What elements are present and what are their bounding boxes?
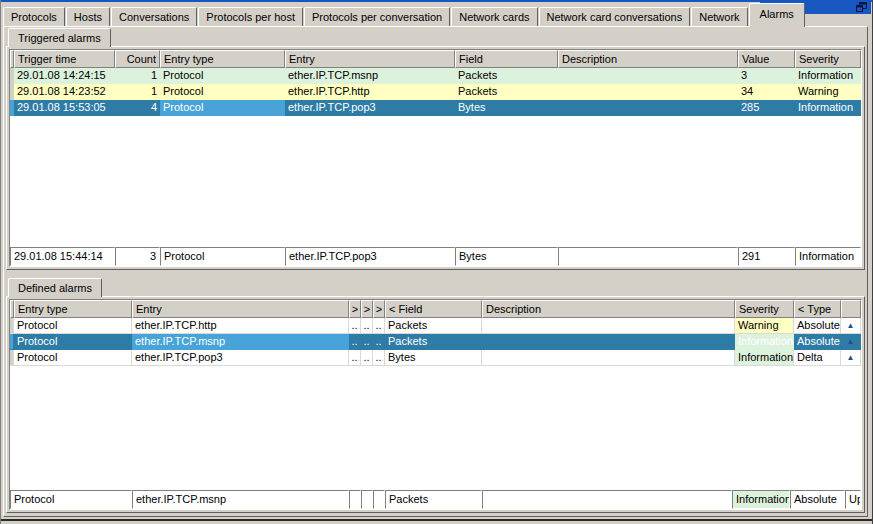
entry-type-cell[interactable]: Protocol — [160, 84, 285, 100]
severity-cell[interactable]: Information — [735, 350, 794, 366]
entry-type-cell[interactable]: Protocol — [14, 334, 132, 350]
collapsed-cell[interactable]: .. — [361, 318, 373, 334]
description-editor[interactable] — [558, 247, 738, 266]
entry-type-cell[interactable]: Protocol — [14, 318, 132, 334]
type-cell[interactable]: Delta — [794, 350, 841, 366]
column-header-count[interactable]: Count — [115, 50, 160, 68]
table-row[interactable]: 29.01.08 14:24:15 1 Protocol ether.IP.TC… — [10, 68, 861, 84]
count-editor[interactable]: 3 — [115, 247, 160, 266]
field-cell[interactable]: Packets — [385, 318, 482, 334]
entry-type-cell[interactable]: Protocol — [14, 350, 132, 366]
field-cell[interactable]: Packets — [455, 84, 558, 100]
entry-cell[interactable]: ether.IP.TCP.http — [132, 318, 349, 334]
field-cell[interactable]: Bytes — [455, 100, 558, 116]
column-header-description[interactable]: Description — [482, 300, 735, 318]
field-cell[interactable]: Packets — [385, 334, 482, 350]
tab-protocols-per-conversation[interactable]: Protocols per conversation — [304, 7, 450, 26]
value-cell[interactable]: 34 — [738, 84, 795, 100]
tab-triggered-alarms[interactable]: Triggered alarms — [8, 28, 111, 47]
count-cell[interactable]: 1 — [115, 84, 160, 100]
direction-cell[interactable]: ▲ — [841, 334, 861, 350]
column-header-field[interactable]: < Field — [385, 300, 482, 318]
value-editor[interactable]: 291 — [738, 247, 795, 266]
entry-cell[interactable]: ether.IP.TCP.pop3 — [132, 350, 349, 366]
description-cell[interactable] — [482, 350, 735, 366]
type-cell[interactable]: Absolute — [794, 334, 841, 350]
field-cell[interactable]: Bytes — [385, 350, 482, 366]
entry-cell[interactable]: ether.IP.TCP.msnp — [285, 68, 455, 84]
value-cell[interactable]: 3 — [738, 68, 795, 84]
type-cell[interactable]: Absolute — [794, 318, 841, 334]
entry-editor[interactable]: ether.IP.TCP.pop3 — [285, 247, 455, 266]
severity-cell[interactable]: Warning — [795, 84, 861, 100]
severity-cell[interactable]: Information — [795, 100, 861, 116]
table-row[interactable]: 29.01.08 14:23:52 1 Protocol ether.IP.TC… — [10, 84, 861, 100]
description-cell[interactable] — [558, 68, 738, 84]
entry-cell-focused[interactable]: ether.IP.TCP.msnp — [132, 334, 349, 350]
severity-cell[interactable]: Warning — [735, 318, 794, 334]
entry-type-editor[interactable]: Protocol — [160, 247, 285, 266]
severity-cell[interactable]: Information — [795, 68, 861, 84]
type-editor[interactable]: Absolute — [790, 490, 845, 509]
tab-protocols[interactable]: Protocols — [3, 7, 65, 26]
collapsed-column-expand-icon[interactable]: > — [373, 300, 385, 318]
direction-editor[interactable]: Upp — [845, 490, 861, 509]
count-cell[interactable]: 4 — [115, 100, 160, 116]
entry-editor[interactable]: ether.IP.TCP.msnp — [132, 490, 349, 509]
column-header-value[interactable]: Value — [738, 50, 795, 68]
entry-type-cell-focused[interactable]: Protocol — [160, 100, 285, 116]
trigger-time-cell[interactable]: 29.01.08 14:23:52 — [14, 84, 115, 100]
entry-type-cell[interactable]: Protocol — [160, 68, 285, 84]
severity-cell[interactable]: Information — [735, 334, 794, 350]
column-header-severity[interactable]: Severity — [795, 50, 861, 68]
collapsed-editor[interactable] — [349, 490, 361, 509]
column-header-field[interactable]: Field — [455, 50, 558, 68]
description-cell[interactable] — [482, 318, 735, 334]
collapsed-cell[interactable]: .. — [373, 350, 385, 366]
direction-cell[interactable]: ▲ — [841, 318, 861, 334]
table-row[interactable]: Protocol ether.IP.TCP.pop3 .. .. .. Byte… — [10, 350, 861, 366]
column-header-direction[interactable] — [841, 300, 861, 318]
column-header-type[interactable]: < Type — [794, 300, 841, 318]
entry-type-editor[interactable]: Protocol — [10, 490, 132, 509]
trigger-time-cell[interactable]: 29.01.08 14:24:15 — [14, 68, 115, 84]
severity-editor[interactable]: Information — [732, 490, 790, 509]
collapsed-cell[interactable]: .. — [361, 350, 373, 366]
tab-defined-alarms[interactable]: Defined alarms — [8, 278, 102, 297]
value-cell[interactable]: 285 — [738, 100, 795, 116]
collapsed-cell[interactable]: .. — [361, 334, 373, 350]
trigger-time-editor[interactable]: 29.01.08 15:44:14 — [10, 247, 115, 266]
collapsed-editor[interactable] — [373, 490, 385, 509]
collapsed-column-expand-icon[interactable]: > — [361, 300, 373, 318]
entry-cell[interactable]: ether.IP.TCP.pop3 — [285, 100, 455, 116]
tab-hosts[interactable]: Hosts — [66, 7, 110, 26]
field-editor[interactable]: Bytes — [455, 247, 558, 266]
column-header-entry[interactable]: Entry — [132, 300, 349, 318]
field-cell[interactable]: Packets — [455, 68, 558, 84]
trigger-time-cell[interactable]: 29.01.08 15:53:05 — [14, 100, 115, 116]
collapsed-cell[interactable]: .. — [349, 350, 361, 366]
column-header-entry-type[interactable]: Entry type — [14, 300, 132, 318]
description-cell[interactable] — [558, 84, 738, 100]
table-row-selected[interactable]: Protocol ether.IP.TCP.msnp .. .. .. Pack… — [10, 334, 861, 350]
severity-editor[interactable]: Information — [795, 247, 861, 266]
entry-cell[interactable]: ether.IP.TCP.http — [285, 84, 455, 100]
column-header-trigger-time[interactable]: Trigger time — [14, 50, 115, 68]
collapsed-editor[interactable] — [361, 490, 373, 509]
tab-protocols-per-host[interactable]: Protocols per host — [198, 7, 303, 26]
tab-network[interactable]: Network — [691, 7, 747, 26]
collapsed-cell[interactable]: .. — [373, 334, 385, 350]
collapsed-cell[interactable]: .. — [349, 334, 361, 350]
tab-network-cards[interactable]: Network cards — [451, 7, 537, 26]
tab-conversations[interactable]: Conversations — [111, 7, 197, 26]
table-row-selected[interactable]: 29.01.08 15:53:05 4 Protocol ether.IP.TC… — [10, 100, 861, 116]
count-cell[interactable]: 1 — [115, 68, 160, 84]
tab-network-card-conversations[interactable]: Network card conversations — [539, 7, 691, 26]
direction-cell[interactable]: ▲ — [841, 350, 861, 366]
column-header-entry-type[interactable]: Entry type — [160, 50, 285, 68]
description-cell[interactable] — [482, 334, 735, 350]
column-header-description[interactable]: Description — [558, 50, 738, 68]
column-header-severity[interactable]: Severity — [735, 300, 794, 318]
column-header-entry[interactable]: Entry — [285, 50, 455, 68]
collapsed-cell[interactable]: .. — [349, 318, 361, 334]
